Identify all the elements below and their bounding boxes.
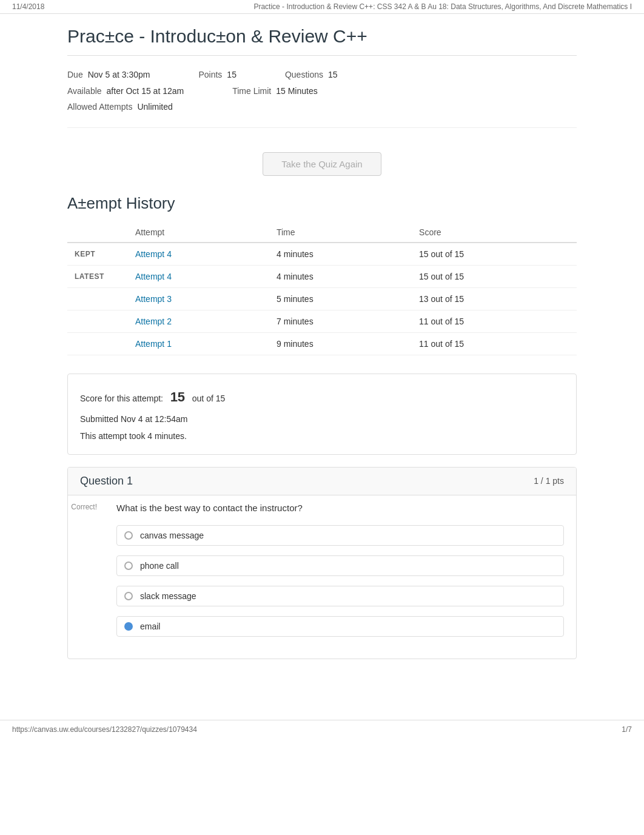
- footer-page: 1/7: [622, 725, 632, 734]
- answer-text: email: [140, 622, 160, 631]
- top-title: Practice - Introduction & Review C++: CS…: [253, 2, 632, 11]
- correct-marker-1: Correct!: [68, 495, 104, 659]
- question-block-1: Question 1 1 / 1 pts Correct! What is th…: [67, 467, 577, 659]
- radio-circle: [124, 622, 133, 631]
- attempt-row: KEPT Attempt 4 4 minutes 15 out of 15: [67, 243, 577, 266]
- attempt-row-time: 5 minutes: [269, 287, 412, 310]
- page-title: Prac±ce - Introduc±on & Review C++: [67, 26, 577, 56]
- attempt-history-title: A±empt History: [67, 194, 577, 213]
- score-section: Score for this attempt: 15 out of 15 Sub…: [67, 374, 577, 455]
- correct-label-1: Correct!: [71, 503, 97, 511]
- attempt-row: Attempt 1 9 minutes 11 out of 15: [67, 332, 577, 355]
- attempt-row-label: [67, 287, 128, 310]
- available-value: after Oct 15 at 12am: [107, 83, 184, 99]
- question-text-1: What is the best way to contact the inst…: [116, 503, 564, 513]
- attempt-row-score: 11 out of 15: [412, 310, 577, 332]
- answer-text: canvas message: [140, 531, 204, 540]
- available-label: Available: [67, 83, 102, 99]
- attempt-row-label: KEPT: [67, 243, 128, 266]
- score-out-of: out of 15: [192, 394, 226, 403]
- attempt-row-score: 13 out of 15: [412, 287, 577, 310]
- submitted-label: Submitted Nov 4 at 12:54am: [80, 411, 564, 428]
- quiz-meta: Due Nov 5 at 3:30pm Points 15 Questions …: [67, 67, 577, 115]
- attempt-row-label: [67, 310, 128, 332]
- allowed-attempts-label: Allowed Attempts: [67, 99, 132, 115]
- take-quiz-area: Take the Quiz Again: [67, 140, 577, 194]
- attempt-row-label: LATEST: [67, 265, 128, 287]
- answer-text: phone call: [140, 561, 179, 571]
- attempt-row: Attempt 3 5 minutes 13 out of 15: [67, 287, 577, 310]
- attempt-row-time: 4 minutes: [269, 265, 412, 287]
- questions-value: 15: [328, 67, 338, 83]
- radio-circle: [124, 592, 133, 600]
- col-time: Time: [269, 223, 412, 243]
- time-limit-label: Time Limit: [232, 83, 271, 99]
- question-header-1: Question 1 1 / 1 pts: [68, 468, 576, 495]
- top-bar: 11/4/2018 Practice - Introduction & Revi…: [0, 0, 644, 14]
- col-label: [67, 223, 128, 243]
- due-label: Due: [67, 67, 83, 83]
- attempt-row-attempt[interactable]: Attempt 4: [128, 243, 269, 266]
- radio-circle: [124, 531, 133, 540]
- col-attempt: Attempt: [128, 223, 269, 243]
- attempt-row: Attempt 2 7 minutes 11 out of 15: [67, 310, 577, 332]
- attempt-row-label: [67, 332, 128, 355]
- question-options-1: canvas message phone call slack message …: [116, 525, 564, 637]
- answer-option: canvas message: [116, 525, 564, 546]
- attempt-row-time: 9 minutes: [269, 332, 412, 355]
- attempt-row-score: 15 out of 15: [412, 243, 577, 266]
- score-for-label: Score for this attempt:: [80, 394, 163, 403]
- attempt-row-score: 15 out of 15: [412, 265, 577, 287]
- attempt-row: LATEST Attempt 4 4 minutes 15 out of 15: [67, 265, 577, 287]
- answer-option: phone call: [116, 555, 564, 576]
- attempt-row-attempt[interactable]: Attempt 4: [128, 265, 269, 287]
- footer: https://canvas.uw.edu/courses/1232827/qu…: [0, 720, 644, 739]
- take-quiz-button[interactable]: Take the Quiz Again: [263, 152, 381, 176]
- attempt-row-attempt[interactable]: Attempt 1: [128, 332, 269, 355]
- question-inner-1: What is the best way to contact the inst…: [104, 495, 576, 659]
- allowed-attempts-value: Unlimited: [137, 99, 172, 115]
- attempt-row-time: 4 minutes: [269, 243, 412, 266]
- attempt-row-score: 11 out of 15: [412, 332, 577, 355]
- question-pts-1: 1 / 1 pts: [534, 476, 564, 486]
- questions-label: Questions: [285, 67, 323, 83]
- time-limit-value: 15 Minutes: [276, 83, 317, 99]
- question-title-1: Question 1: [80, 475, 133, 488]
- col-score: Score: [412, 223, 577, 243]
- points-label: Points: [198, 67, 222, 83]
- attempt-row-time: 7 minutes: [269, 310, 412, 332]
- attempt-row-attempt[interactable]: Attempt 3: [128, 287, 269, 310]
- question-content-1: Correct! What is the best way to contact…: [68, 495, 576, 659]
- duration-label: This attempt took 4 minutes.: [80, 428, 564, 444]
- score-number: 15: [170, 389, 185, 404]
- footer-url: https://canvas.uw.edu/courses/1232827/qu…: [12, 725, 197, 734]
- answer-option: slack message: [116, 586, 564, 606]
- points-value: 15: [227, 67, 236, 83]
- due-value: Nov 5 at 3:30pm: [88, 67, 150, 83]
- attempt-table: Attempt Time Score KEPT Attempt 4 4 minu…: [67, 223, 577, 355]
- radio-circle: [124, 562, 133, 570]
- meta-divider: [67, 127, 577, 128]
- answer-text: slack message: [140, 591, 196, 601]
- top-date: 11/4/2018: [12, 2, 44, 11]
- answer-option: email: [116, 616, 564, 637]
- attempt-row-attempt[interactable]: Attempt 2: [128, 310, 269, 332]
